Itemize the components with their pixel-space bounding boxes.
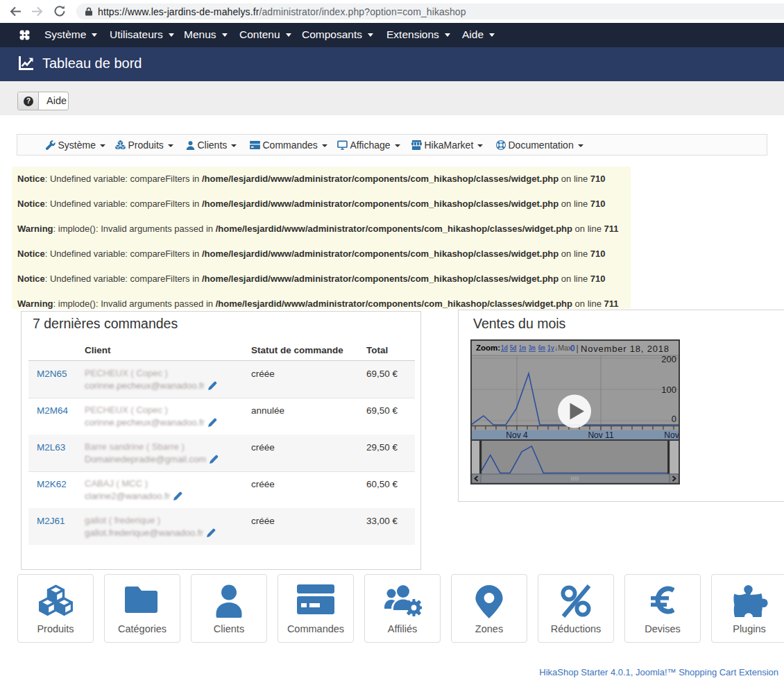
svg-text:100: 100: [661, 385, 676, 395]
svg-text:Nov 11: Nov 11: [588, 430, 613, 440]
svg-text:Nov 4: Nov 4: [506, 430, 528, 440]
svg-text:Nov: Nov: [664, 430, 679, 440]
svg-text:0: 0: [672, 414, 676, 424]
svg-text:200: 200: [661, 354, 676, 364]
